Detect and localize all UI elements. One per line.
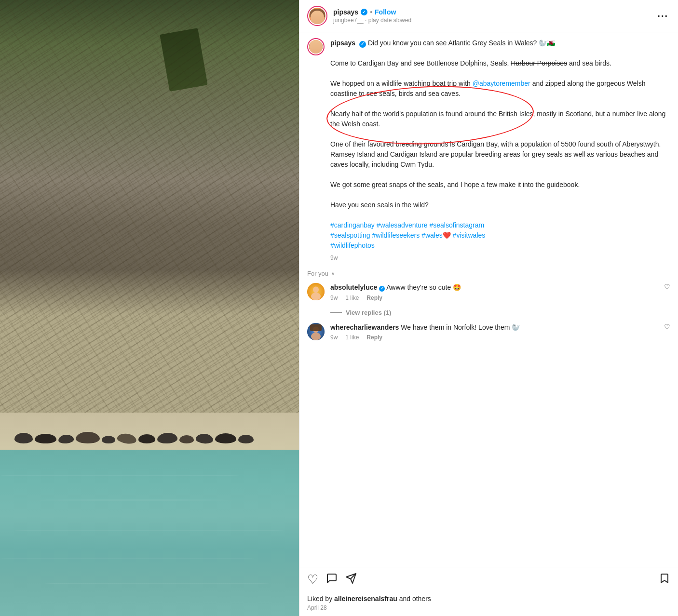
comment-body-2: We have them in Norfolk! Love them 🦭 <box>401 323 520 331</box>
caption-p4: One of their favoured breeding grounds i… <box>330 140 661 168</box>
caption-p6: Have you seen seals in the wild? <box>330 201 429 209</box>
post-date: April 28 <box>299 603 678 616</box>
comment-like-icon-1[interactable]: ♡ <box>664 283 670 291</box>
svg-point-2 <box>311 293 321 300</box>
caption-avatar[interactable] <box>307 38 325 55</box>
caption-p1: Come to Cardigan Bay and see Bottlenose … <box>330 59 611 67</box>
liked-by-suffix: and others <box>397 595 431 603</box>
comment-time-2: 9w <box>330 334 338 341</box>
caption-p5: We got some great snaps of the seals, an… <box>330 181 580 188</box>
commenter-username-2[interactable]: wherecharliewanders <box>330 323 399 331</box>
caption-username[interactable]: pipsays <box>330 39 355 47</box>
comment-avatar-1[interactable] <box>307 283 325 300</box>
liked-by-prefix: Liked by <box>307 595 334 603</box>
header-subtext: jungbee7__ · play date slowed <box>333 17 655 24</box>
comment-likes-2: 1 like <box>345 334 359 341</box>
dot-separator: • <box>370 8 372 16</box>
verified-icon: ✓ <box>361 9 367 15</box>
caption-block: pipsays ✓ Did you know you can see Atlan… <box>307 38 670 262</box>
for-you-label: For you <box>307 270 328 277</box>
for-you-section[interactable]: For you ∨ <box>307 270 670 277</box>
caption-intro: Did you know you can see Atlantic Grey S… <box>368 39 555 47</box>
svg-rect-6 <box>310 324 322 331</box>
comment-time-1: 9w <box>330 295 338 301</box>
caption-p2: We hopped on a wildlife watching boat tr… <box>330 80 645 97</box>
comment-likes-1: 1 like <box>345 295 359 301</box>
commenter-username-1[interactable]: absolutelyluce <box>330 283 377 291</box>
commenter-verified-1: ✓ <box>379 286 385 292</box>
comment-avatar-2[interactable] <box>307 323 325 340</box>
view-replies-1[interactable]: View replies (1) <box>330 309 670 316</box>
for-you-chevron: ∨ <box>331 271 335 276</box>
action-bar: ♡ <box>299 567 678 592</box>
svg-point-5 <box>311 333 321 340</box>
caption-hashtags: #cardinganbay #walesadventure #sealsofin… <box>330 221 485 249</box>
bookmark-button[interactable] <box>659 573 670 587</box>
view-replies-text[interactable]: View replies (1) <box>346 309 391 316</box>
comment-like-icon-2[interactable]: ♡ <box>664 323 670 331</box>
view-replies-line <box>330 312 342 313</box>
comment-text-2: wherecharliewanders We have them in Norf… <box>330 323 658 333</box>
comment-row-2: wherecharliewanders We have them in Norf… <box>307 323 670 341</box>
comment-content-1: absolutelyluce ✓ Awww they're so cute 🤩 … <box>330 283 658 301</box>
liked-by-user[interactable]: alleinereisenaIsfrau <box>334 595 397 603</box>
action-icons-row: ♡ <box>307 572 670 587</box>
comment-button[interactable] <box>326 573 338 587</box>
comment-body-1: Awww they're so cute 🤩 <box>386 283 461 291</box>
comment-content-2: wherecharliewanders We have them in Norf… <box>330 323 658 341</box>
liked-by: Liked by alleinereisenaIsfrau and others <box>299 592 678 603</box>
caption-verified-icon: ✓ <box>359 41 366 48</box>
more-options-button[interactable]: ··· <box>655 11 670 22</box>
comment-reply-button-1[interactable]: Reply <box>366 295 382 301</box>
like-button[interactable]: ♡ <box>307 572 318 587</box>
header-avatar[interactable] <box>307 6 327 26</box>
mention-abaytoremember[interactable]: @abaytoremember <box>473 80 530 87</box>
caption-timestamp: 9w <box>330 254 670 262</box>
share-button[interactable] <box>345 573 357 587</box>
svg-point-1 <box>313 287 319 293</box>
caption-p3: Nearly half of the world's population is… <box>330 110 665 128</box>
comment-meta-1: 9w 1 like Reply <box>330 295 658 301</box>
follow-button[interactable]: Follow <box>375 8 396 16</box>
comment-text-1: absolutelyluce ✓ Awww they're so cute 🤩 <box>330 283 658 293</box>
comment-row: absolutelyluce ✓ Awww they're so cute 🤩 … <box>307 283 670 301</box>
caption-text-block: pipsays ✓ Did you know you can see Atlan… <box>330 38 670 262</box>
comment-meta-2: 9w 1 like Reply <box>330 334 658 341</box>
post-image <box>0 0 299 616</box>
comment-reply-button-2[interactable]: Reply <box>366 334 382 341</box>
comments-area[interactable]: pipsays ✓ Did you know you can see Atlan… <box>299 32 678 567</box>
post-header: pipsays ✓ • Follow jungbee7__ · play dat… <box>299 0 678 32</box>
content-panel: pipsays ✓ • Follow jungbee7__ · play dat… <box>299 0 678 616</box>
header-info: pipsays ✓ • Follow jungbee7__ · play dat… <box>333 8 655 24</box>
header-username[interactable]: pipsays <box>333 8 358 16</box>
